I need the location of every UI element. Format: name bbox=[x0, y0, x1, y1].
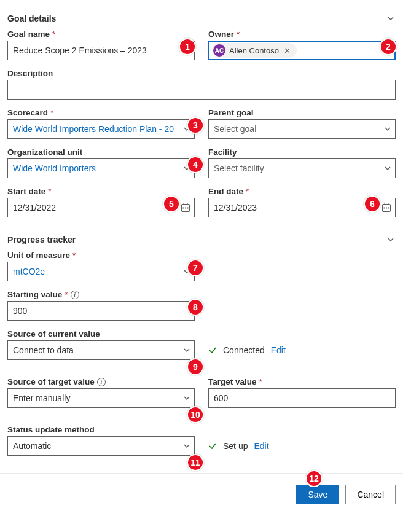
callout-3: 3 bbox=[187, 117, 204, 134]
org-unit-select[interactable]: Wide World Importers bbox=[7, 158, 195, 178]
org-unit-value: Wide World Importers bbox=[13, 163, 96, 173]
svg-rect-13 bbox=[388, 208, 389, 209]
goal-name-value: Reduce Scope 2 Emissions – 2023 bbox=[13, 45, 147, 55]
callout-4: 4 bbox=[187, 156, 204, 173]
source-current-label: Source of current value bbox=[7, 329, 195, 338]
description-input[interactable] bbox=[7, 80, 396, 100]
unit-of-measure-label: Unit of measure* bbox=[7, 251, 195, 260]
status-method-label: Status update method bbox=[7, 425, 195, 434]
facility-label: Facility bbox=[208, 147, 396, 157]
chevron-down-icon bbox=[384, 165, 391, 172]
scorecard-select[interactable]: Wide World Importers Reduction Plan - 20 bbox=[7, 119, 195, 139]
svg-rect-5 bbox=[185, 208, 186, 209]
source-target-label: Source of target value i bbox=[7, 377, 195, 386]
info-icon[interactable]: i bbox=[97, 378, 106, 386]
target-value-input[interactable]: 600 bbox=[208, 388, 396, 408]
check-icon bbox=[208, 442, 217, 450]
info-icon[interactable]: i bbox=[71, 291, 79, 299]
callout-10: 10 bbox=[187, 406, 204, 423]
svg-rect-11 bbox=[384, 208, 385, 209]
cancel-button[interactable]: Cancel bbox=[345, 485, 396, 504]
owner-input[interactable]: AC Allen Contoso ✕ bbox=[208, 41, 396, 60]
setup-status: Set up bbox=[223, 441, 248, 451]
target-value-label: Target value* bbox=[208, 377, 396, 386]
callout-1: 1 bbox=[179, 38, 196, 55]
callout-2: 2 bbox=[380, 38, 397, 55]
edit-link[interactable]: Edit bbox=[271, 345, 286, 355]
section-header-goal-details[interactable]: Goal details bbox=[7, 14, 396, 23]
source-target-select[interactable]: Enter manually bbox=[7, 388, 195, 408]
org-unit-label: Organizational unit bbox=[7, 147, 195, 157]
end-date-label: End date* bbox=[208, 187, 396, 196]
source-current-select[interactable]: Connect to data bbox=[7, 340, 195, 360]
section-title: Goal details bbox=[7, 14, 56, 23]
status-method-select[interactable]: Automatic bbox=[7, 436, 195, 456]
chevron-down-icon bbox=[183, 442, 190, 450]
connected-status: Connected bbox=[223, 345, 265, 355]
goal-name-label: Goal name* bbox=[7, 29, 195, 39]
source-target-value: Enter manually bbox=[13, 393, 70, 403]
unit-of-measure-value: mtCO2e bbox=[13, 267, 45, 276]
svg-rect-12 bbox=[386, 208, 387, 209]
facility-select[interactable]: Select facility bbox=[208, 158, 396, 178]
scorecard-label: Scorecard* bbox=[7, 108, 195, 117]
check-icon bbox=[208, 346, 217, 354]
owner-label: Owner* bbox=[208, 29, 396, 39]
source-current-value: Connect to data bbox=[13, 345, 74, 355]
svg-rect-4 bbox=[183, 208, 184, 209]
callout-9: 9 bbox=[187, 358, 204, 375]
callout-6: 6 bbox=[364, 195, 381, 213]
description-label: Description bbox=[7, 69, 396, 78]
goal-name-input[interactable]: Reduce Scope 2 Emissions – 2023 bbox=[7, 41, 195, 60]
starting-value-input[interactable]: 900 bbox=[7, 301, 195, 321]
section-header-progress-tracker[interactable]: Progress tracker bbox=[7, 235, 396, 244]
avatar: AC bbox=[213, 44, 225, 57]
owner-chip: AC Allen Contoso ✕ bbox=[212, 43, 297, 58]
save-button[interactable]: Save bbox=[296, 485, 339, 504]
owner-name: Allen Contoso bbox=[229, 46, 279, 55]
chevron-down-icon bbox=[183, 394, 190, 402]
starting-value-label: Starting value* i bbox=[7, 290, 195, 299]
callout-11: 11 bbox=[187, 454, 204, 471]
chevron-down-icon bbox=[386, 235, 396, 244]
calendar-icon[interactable] bbox=[381, 203, 391, 213]
start-date-value: 12/31/2022 bbox=[13, 203, 56, 213]
parent-goal-value: Select goal bbox=[214, 124, 256, 134]
section-title: Progress tracker bbox=[7, 235, 76, 244]
calendar-icon[interactable] bbox=[181, 203, 190, 213]
target-value-value: 600 bbox=[214, 393, 228, 403]
chevron-down-icon bbox=[386, 14, 396, 23]
chevron-down-icon bbox=[384, 125, 391, 133]
facility-value: Select facility bbox=[214, 163, 264, 173]
callout-5: 5 bbox=[163, 195, 180, 213]
starting-value-value: 900 bbox=[13, 306, 27, 316]
unit-of-measure-select[interactable]: mtCO2e bbox=[7, 262, 195, 281]
scorecard-value: Wide World Importers Reduction Plan - 20 bbox=[13, 124, 174, 134]
parent-goal-select[interactable]: Select goal bbox=[208, 119, 396, 139]
end-date-value: 12/31/2023 bbox=[214, 203, 257, 213]
parent-goal-label: Parent goal bbox=[208, 108, 396, 117]
callout-8: 8 bbox=[187, 299, 204, 316]
start-date-label: Start date* bbox=[7, 187, 195, 196]
chevron-down-icon bbox=[183, 346, 190, 354]
close-icon[interactable]: ✕ bbox=[283, 46, 292, 55]
callout-7: 7 bbox=[187, 259, 204, 276]
divider bbox=[0, 473, 403, 474]
status-method-value: Automatic bbox=[13, 441, 51, 451]
callout-12: 12 bbox=[305, 470, 323, 487]
edit-link[interactable]: Edit bbox=[254, 441, 268, 451]
svg-rect-6 bbox=[187, 208, 189, 209]
